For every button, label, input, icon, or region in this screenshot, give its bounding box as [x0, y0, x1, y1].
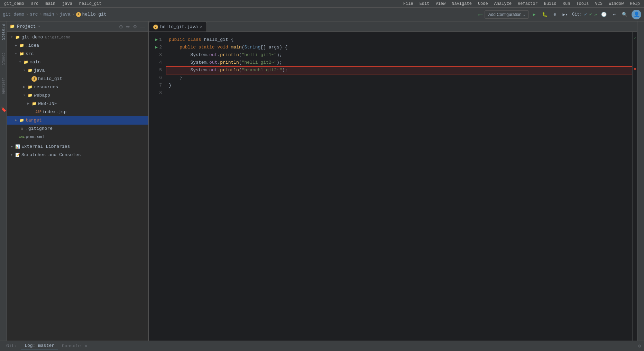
menu-analyze[interactable]: Analyze: [493, 1, 513, 7]
tree-arrow-src: ▾: [14, 51, 18, 57]
line-num-4: 4: [149, 59, 163, 66]
git-check-green-icon: ✓: [589, 11, 592, 17]
folder-icon-main: 📁: [23, 60, 29, 65]
folder-icon-java: 📁: [27, 68, 33, 73]
tree-arrow-resources: ▶: [22, 84, 26, 91]
menu-file[interactable]: File: [402, 1, 415, 7]
line-numbers: ▶ 1 ▶ 2 3 4 5 6 7 8: [149, 32, 166, 341]
panel-scroll-btn[interactable]: ⇒: [125, 23, 131, 30]
panel-actions: ⊕ ⇒ ⚙ —: [118, 23, 146, 30]
panel-minimize-btn[interactable]: —: [139, 23, 146, 30]
back-nav-icon[interactable]: ⟵: [479, 11, 482, 18]
menu-edit[interactable]: Edit: [418, 1, 431, 7]
code-area: ▶ 1 ▶ 2 3 4 5 6 7 8 public class h: [149, 32, 637, 341]
breadcrumb-src[interactable]: src: [30, 12, 38, 17]
run-arrow-2[interactable]: ▶: [155, 44, 158, 51]
code-line-5: System.out.println("branch1 git2~");: [166, 66, 632, 74]
git-history-icon[interactable]: 🕐: [599, 10, 609, 19]
tab-close-icon[interactable]: ✕: [200, 24, 202, 29]
menu-help[interactable]: Help: [628, 1, 641, 7]
bookmarks-tab[interactable]: 🔖: [0, 104, 7, 115]
console-tab[interactable]: Console ✕: [58, 342, 91, 350]
tree-item-java[interactable]: ▾ 📁 java: [7, 66, 148, 75]
breadcrumb: git_demo › src › main › java › J hello_g…: [3, 12, 477, 17]
panel-settings-btn[interactable]: ⚙: [132, 23, 138, 30]
commit-panel-tab[interactable]: Commit: [1, 50, 6, 68]
folder-icon-git-demo: 📁: [15, 35, 20, 40]
line-num-8: 8: [149, 89, 163, 97]
menu-main[interactable]: main: [44, 1, 57, 7]
menu-vcs[interactable]: VCS: [594, 1, 604, 7]
more-run-button[interactable]: ▶▾: [560, 10, 570, 19]
code-line-7: }: [166, 82, 632, 89]
main-layout: Project Commit Leetcode 🔖 📁 Project ▾ ⊕ …: [0, 21, 644, 341]
editor-tab-hello-git[interactable]: J hello_git.java ✕: [149, 22, 207, 32]
add-configuration-button[interactable]: Add Configuration...: [485, 10, 529, 19]
git-label: Git:: [572, 12, 582, 17]
folder-icon-target: 📁: [19, 118, 25, 123]
menu-java[interactable]: java: [61, 1, 74, 7]
menu-hello-git[interactable]: hello_git: [78, 1, 103, 7]
avatar[interactable]: 👤: [632, 10, 641, 19]
git-check-icon: ✓: [584, 11, 587, 17]
tree-item-target[interactable]: ▶ 📁 target: [7, 116, 148, 125]
folder-icon-src: 📁: [19, 51, 25, 57]
menu-build[interactable]: Build: [543, 1, 558, 7]
tree-item-resources[interactable]: ▶ 📁 resources: [7, 83, 148, 91]
menu-src[interactable]: src: [30, 1, 40, 7]
console-tab-close[interactable]: ✕: [85, 344, 87, 348]
menu-code[interactable]: Code: [477, 1, 489, 7]
left-panel-tabs: Project Commit Leetcode 🔖: [0, 21, 7, 341]
menu-window[interactable]: Window: [607, 1, 625, 7]
ext-libs-icon: 📊: [15, 144, 20, 150]
git-rollback-icon[interactable]: ↩: [611, 10, 618, 19]
bottom-settings-icon[interactable]: ⚙: [638, 343, 641, 349]
search-icon[interactable]: 🔍: [620, 10, 629, 19]
tree-arrow-target: ▶: [14, 117, 18, 124]
bottom-tabs: Git: Log: master Console ✕ ⚙: [0, 341, 644, 351]
run-button[interactable]: ▶: [531, 10, 538, 19]
tree-item-pomxml[interactable]: XML pom.xml: [7, 133, 148, 141]
menu-tools[interactable]: Tools: [575, 1, 590, 7]
editor-right-gutter: ✓ ■: [632, 32, 637, 341]
debug-button[interactable]: 🐛: [540, 10, 550, 19]
breadcrumb-git-demo[interactable]: git_demo: [3, 12, 24, 17]
menu-navigate[interactable]: Navigate: [450, 1, 473, 7]
breadcrumb-main[interactable]: main: [43, 12, 54, 17]
code-line-3: System.out.println("helli git1~");: [166, 51, 632, 59]
log-master-tab[interactable]: Log: master: [21, 342, 58, 350]
breadcrumb-java[interactable]: java: [59, 12, 70, 17]
tree-item-main[interactable]: ▾ 📁 main: [7, 58, 148, 66]
tree-item-hello-git[interactable]: J hello_git: [7, 75, 148, 83]
bottom-panel: Git: Log: master Console ✕ ⚙ ◀ + 🗑 ↺ ⚙ ⋮: [0, 341, 644, 351]
menu-git[interactable]: git_demo: [3, 1, 26, 7]
tree-item-git-demo[interactable]: ▾ 📁 git_demo E:\git_demo: [7, 33, 148, 42]
tree-item-gitignore[interactable]: ⊡ .gitignore: [7, 125, 148, 133]
tree-item-ext-libs[interactable]: ▶ 📊 External Libraries: [7, 143, 148, 151]
git-tab[interactable]: Git:: [3, 342, 20, 350]
line-num-6: 6: [149, 74, 163, 82]
git-push-icon[interactable]: ↗: [594, 11, 597, 17]
tree-item-scratches[interactable]: ▶ 📝 Scratches and Consoles: [7, 151, 148, 159]
code-content[interactable]: public class hello_git { public static v…: [166, 32, 632, 341]
breadcrumb-file[interactable]: J hello_git: [76, 12, 107, 17]
code-line-1: public class hello_git {: [166, 36, 632, 44]
menu-view[interactable]: View: [434, 1, 447, 7]
project-panel-tab[interactable]: Project: [1, 21, 6, 43]
tree-item-src[interactable]: ▾ 📁 src: [7, 50, 148, 58]
line-num-5: 5: [149, 66, 163, 74]
folder-icon-webapp: 📁: [27, 93, 33, 98]
tree-item-idea[interactable]: ▶ 📁 .idea: [7, 42, 148, 50]
run-arrow-1[interactable]: ▶: [155, 36, 158, 44]
coverage-button[interactable]: ⊕: [552, 10, 559, 19]
tree-arrow-java: ▾: [22, 67, 26, 74]
menu-run[interactable]: Run: [561, 1, 572, 7]
panel-header: 📁 Project ▾ ⊕ ⇒ ⚙ —: [7, 21, 148, 32]
menu-bar: git_demo src main java hello_git File Ed…: [0, 0, 644, 8]
menu-refactor[interactable]: Refactor: [516, 1, 539, 7]
panel-add-btn[interactable]: ⊕: [118, 23, 124, 30]
tree-item-webapp[interactable]: ▾ 📁 webapp: [7, 91, 148, 100]
tree-item-indexjsp[interactable]: JSP index.jsp: [7, 108, 148, 116]
tree-item-webinf[interactable]: ▶ 📁 WEB-INF: [7, 100, 148, 108]
leetcode-panel-tab[interactable]: Leetcode: [1, 75, 6, 97]
